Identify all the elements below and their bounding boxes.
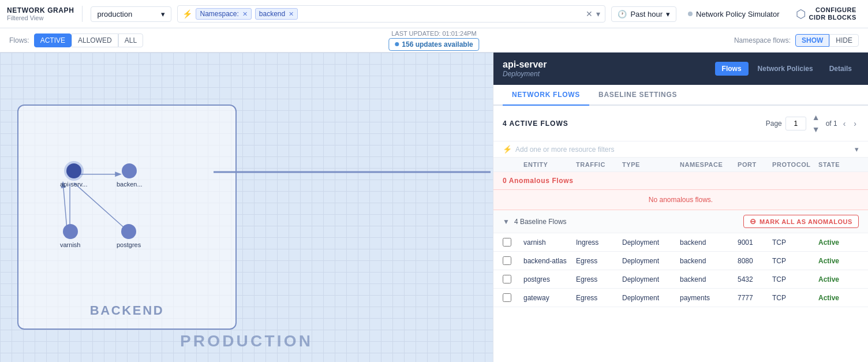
postgres-circle[interactable] (121, 224, 136, 239)
page-down-button[interactable]: ▼ (810, 124, 822, 135)
flow-btn-group: ACTIVE ALLOWED ALL (34, 33, 143, 47)
filter-dropdown-icon[interactable]: ▾ (596, 9, 600, 18)
backend-namespace-box[interactable]: api-serv... backen... varnish postgres B… (17, 105, 237, 330)
flow-namespace-1: backend (680, 257, 738, 265)
namespace-filter-tag[interactable]: Namespace: ✕ (196, 8, 251, 20)
page-prev-button[interactable]: ‹ (841, 118, 848, 129)
detail-panel: api-server Deployment Flows Network Poli… (493, 53, 868, 362)
flow-filter-icon: ⚡ (503, 145, 512, 154)
col-traffic: Traffic (576, 161, 622, 168)
flows-header-row: 4 ACTIVE FLOWS Page ▲ ▼ of 1 ‹ › (493, 106, 868, 141)
flow-type-1: Deployment (622, 257, 680, 265)
flow-filter-row[interactable]: ⚡ Add one or more resource filters ▾ (493, 141, 868, 158)
main-layout: api-serv... backen... varnish postgres B… (0, 53, 868, 362)
filter-bar[interactable]: ⚡ Namespace: ✕ backend ✕ ✕ ▾ (177, 5, 605, 23)
flow-all-button[interactable]: ALL (118, 33, 143, 47)
flow-state-1: Active (818, 257, 859, 265)
col-state: State (818, 161, 859, 168)
network-policy-button[interactable]: Network Policy Simulator (682, 7, 785, 21)
app-title: NETWORK GRAPH (7, 6, 74, 14)
flow-namespace-2: backend (680, 275, 738, 283)
node-backend[interactable]: backen... (117, 163, 143, 188)
backend-circle[interactable] (122, 163, 137, 178)
flow-entity-1: backend-atlas (523, 257, 576, 265)
flow-row-2[interactable]: postgres Egress Deployment backend 5432 … (493, 270, 868, 289)
flow-protocol-0: TCP (772, 238, 818, 247)
filter-clear-button[interactable]: ✕ (586, 9, 593, 18)
ns-flows-label: Namespace flows: (734, 36, 791, 44)
chevron-down-icon: ▾ (161, 10, 165, 18)
flow-active-button[interactable]: ACTIVE (34, 33, 72, 47)
namespace-filter-close[interactable]: ✕ (242, 10, 248, 18)
sub-tab-baseline-settings[interactable]: BASELINE SETTINGS (589, 85, 686, 106)
namespace-flows-group: Namespace flows: SHOW HIDE (734, 34, 859, 47)
svg-line-4 (63, 183, 67, 230)
backend-filter-label: backend (259, 10, 285, 18)
flow-row-1[interactable]: backend-atlas Egress Deployment backend … (493, 252, 868, 270)
tab-network-policies[interactable]: Network Policies (751, 62, 820, 76)
anomalous-header: 0 Anomalous Flows (493, 172, 868, 189)
hide-button[interactable]: HIDE (829, 34, 859, 47)
node-api-server[interactable]: api-serv... (60, 163, 87, 188)
time-chevron-icon: ▾ (666, 10, 670, 18)
flow-row-3[interactable]: gateway Egress Deployment payments 7777 … (493, 289, 868, 307)
mark-all-anomalous-button[interactable]: ⊖ MARK ALL AS ANOMALOUS (743, 215, 859, 228)
flow-checkbox-0[interactable] (503, 238, 511, 247)
col-type: Type (622, 161, 680, 168)
flow-traffic-0: Ingress (576, 238, 622, 247)
varnish-circle[interactable] (63, 224, 78, 239)
show-button[interactable]: SHOW (795, 34, 829, 47)
flow-row-0[interactable]: varnish Ingress Deployment backend 9001 … (493, 233, 868, 252)
flows-label: Flows: (9, 36, 29, 44)
namespace-filter-label: Namespace: (200, 10, 238, 18)
baseline-chevron-icon[interactable]: ▼ (503, 218, 510, 226)
flow-port-3: 7777 (738, 294, 772, 302)
tab-flows[interactable]: Flows (715, 62, 749, 76)
flow-namespace-3: payments (680, 294, 738, 302)
baseline-section-header: ▼ 4 Baseline Flows ⊖ MARK ALL AS ANOMALO… (493, 210, 868, 233)
api-server-circle[interactable] (66, 163, 81, 178)
mark-icon: ⊖ (750, 217, 757, 226)
detail-header-tabs: Flows Network Policies Details (715, 62, 859, 76)
page-label: Page (766, 120, 782, 128)
flow-protocol-2: TCP (772, 275, 818, 283)
flow-checkbox-1[interactable] (503, 256, 511, 265)
no-anomalous-message: No anomalous flows. (493, 189, 868, 210)
graph-area[interactable]: api-serv... backen... varnish postgres B… (0, 53, 493, 362)
mark-all-label: MARK ALL AS ANOMALOUS (760, 218, 852, 225)
node-varnish[interactable]: varnish (60, 224, 80, 248)
backend-filter-tag[interactable]: backend ✕ (255, 8, 298, 20)
col-entity: Entity (523, 161, 576, 168)
time-selector[interactable]: 🕐 Past hour ▾ (611, 6, 676, 22)
production-namespace-label: PRODUCTION (180, 332, 313, 350)
app-subtitle: Filtered View (7, 14, 74, 21)
baseline-count-label: 4 Baseline Flows (514, 218, 567, 226)
flow-allowed-button[interactable]: ALLOWED (72, 33, 118, 47)
node-postgres[interactable]: postgres (117, 224, 141, 248)
col-namespace: Namespace (680, 161, 738, 168)
np-status-dot (688, 12, 693, 16)
cube-icon: ⬡ (796, 7, 806, 21)
page-next-button[interactable]: › (851, 118, 859, 129)
flow-type-2: Deployment (622, 275, 680, 283)
flow-traffic-2: Egress (576, 275, 622, 283)
detail-header-info: api-server Deployment (503, 59, 708, 78)
page-control: Page ▲ ▼ of 1 ‹ › (766, 111, 859, 135)
production-dropdown[interactable]: production ▾ (91, 6, 171, 22)
page-input[interactable] (785, 117, 806, 130)
flows-content[interactable]: 4 ACTIVE FLOWS Page ▲ ▼ of 1 ‹ › ⚡ Add o… (493, 106, 868, 362)
flow-filter-expand[interactable]: ▾ (855, 145, 859, 154)
last-updated-label: LAST UPDATED: 01:01:24PM (391, 30, 477, 37)
show-hide-group: SHOW HIDE (795, 34, 859, 47)
page-up-button[interactable]: ▲ (810, 111, 822, 123)
detail-sub-tabs: NETWORK FLOWS BASELINE SETTINGS (493, 85, 868, 106)
backend-filter-close[interactable]: ✕ (289, 10, 294, 18)
flow-checkbox-2[interactable] (503, 275, 511, 283)
flow-type-3: Deployment (622, 294, 680, 302)
tab-details[interactable]: Details (822, 62, 859, 76)
flow-checkbox-3[interactable] (503, 293, 511, 302)
updates-pill[interactable]: 156 updates available (388, 38, 479, 51)
col-protocol: Protocol (772, 161, 818, 168)
configure-cidr-button[interactable]: ⬡ CONFIGURECIDR BLOCKS (791, 3, 861, 24)
sub-tab-network-flows[interactable]: NETWORK FLOWS (503, 85, 589, 106)
